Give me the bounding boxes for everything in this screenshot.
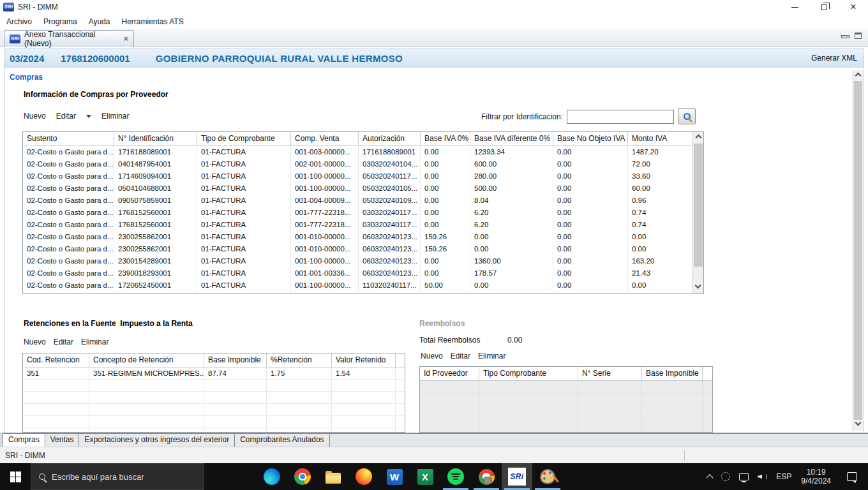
file-explorer-icon xyxy=(326,473,341,484)
start-button[interactable] xyxy=(0,463,31,490)
menu-ayuda[interactable]: Ayuda xyxy=(89,17,110,26)
table-row[interactable]: 02-Costo o Gasto para d...17161880890010… xyxy=(23,146,694,158)
scroll-up-icon[interactable] xyxy=(695,135,701,141)
tab-exportaciones[interactable]: Exportaciones y otros ingresos del exter… xyxy=(79,433,235,447)
generar-xml-button[interactable]: Generar XML xyxy=(811,54,857,63)
table-cell: 163.20 xyxy=(627,255,694,267)
taskbar-sri-dimm[interactable]: SRi xyxy=(502,463,532,490)
network-icon xyxy=(739,473,749,480)
column-header[interactable]: N° Serie xyxy=(578,367,641,380)
menu-archivo[interactable]: Archivo xyxy=(6,17,32,26)
chevron-up-icon xyxy=(707,474,714,481)
filter-input[interactable] xyxy=(567,110,674,124)
taskbar-paint[interactable] xyxy=(532,463,563,490)
table-cell: 0.00 xyxy=(553,170,627,182)
column-header[interactable]: Cod. Retención xyxy=(23,353,89,367)
column-header[interactable] xyxy=(395,353,405,367)
minimize-button[interactable] xyxy=(780,0,809,14)
table-cell: 060320240123... xyxy=(358,267,420,279)
table-cell: 02-Costo o Gasto para d... xyxy=(23,279,114,292)
table-row[interactable]: 02-Costo o Gasto para d...23001542890010… xyxy=(23,255,694,267)
content-scroll-down-icon[interactable] xyxy=(855,420,862,426)
compras-eliminar-button[interactable]: Eliminar xyxy=(101,112,129,121)
table-row[interactable]: 02-Costo o Gasto para d...17146090940010… xyxy=(23,170,694,182)
reembolsos-editar-button[interactable]: Editar xyxy=(451,352,470,360)
tab-anexo-transaccional[interactable]: SRi Anexo Transaccional (Nuevo) × xyxy=(4,30,134,47)
table-row[interactable]: 02-Costo o Gasto para d...17206524500010… xyxy=(23,279,694,292)
close-button[interactable]: × xyxy=(839,0,868,14)
table-cell: 178.57 xyxy=(470,267,553,279)
taskbar-word[interactable]: W xyxy=(379,463,410,490)
column-header[interactable]: Tipo Comprobante xyxy=(479,367,578,380)
menu-programa[interactable]: Programa xyxy=(43,17,77,26)
view-maximize-icon[interactable] xyxy=(855,33,862,39)
tray-clock[interactable]: 10:19 9/4/2024 xyxy=(796,468,836,486)
column-header[interactable]: Comp. Venta xyxy=(290,132,358,145)
column-header[interactable]: N° Identificación xyxy=(114,132,197,145)
tab-close-icon[interactable]: × xyxy=(123,35,128,43)
table-row[interactable]: 02-Costo o Gasto para d...05041046880010… xyxy=(23,182,694,195)
column-header[interactable]: Monto IVA xyxy=(627,132,694,145)
retenciones-table-body: 351351-REGIMEN MICROEMPRES...87.741.751.… xyxy=(23,368,405,433)
taskbar-edge[interactable] xyxy=(257,463,287,490)
restore-button[interactable] xyxy=(809,0,839,14)
column-header[interactable] xyxy=(702,367,712,380)
reembolsos-eliminar-button[interactable]: Eliminar xyxy=(478,352,505,360)
table-row[interactable]: 02-Costo o Gasto para d...23002558620010… xyxy=(23,231,694,243)
reembolsos-nuevo-button[interactable]: Nuevo xyxy=(421,352,443,360)
column-header[interactable]: Autorización xyxy=(358,132,420,145)
scroll-down-icon[interactable] xyxy=(695,283,701,289)
tab-ventas[interactable]: Ventas xyxy=(45,433,80,447)
tab-compras[interactable]: Compras xyxy=(3,433,45,447)
retenciones-editar-button[interactable]: Editar xyxy=(54,338,73,346)
editar-dropdown-icon[interactable] xyxy=(86,115,91,118)
taskbar-search[interactable]: Escribe aquí para buscar xyxy=(31,463,204,490)
taskbar-firefox[interactable] xyxy=(348,463,379,490)
column-header[interactable]: Valor Retenido xyxy=(331,353,395,367)
filter-search-button[interactable] xyxy=(678,108,696,124)
taskbar-file-explorer[interactable] xyxy=(318,463,348,490)
table-row[interactable]: 02-Costo o Gasto para d...17681525600010… xyxy=(23,219,694,231)
tray-expand-button[interactable] xyxy=(703,463,717,490)
column-header[interactable]: Id Proveedor xyxy=(420,367,479,380)
content-scroll-thumb[interactable] xyxy=(854,81,862,420)
retenciones-eliminar-button[interactable]: Eliminar xyxy=(81,338,108,346)
column-header[interactable]: Base Imponible xyxy=(641,367,702,380)
retenciones-nuevo-button[interactable]: Nuevo xyxy=(24,338,46,346)
action-center-button[interactable] xyxy=(836,463,868,490)
table-cell: 1.54 xyxy=(331,368,395,379)
table-row[interactable]: 02-Costo o Gasto para d...23900182930010… xyxy=(23,267,694,279)
taskbar-spotify[interactable] xyxy=(440,463,471,490)
table-row[interactable]: 02-Costo o Gasto para d...23002558620010… xyxy=(23,243,694,255)
table-row[interactable]: 02-Costo o Gasto para d...17681525600010… xyxy=(23,207,694,219)
content-scroll-up-icon[interactable] xyxy=(855,73,862,79)
table-cell: 02-Costo o Gasto para d... xyxy=(23,146,114,158)
column-header[interactable]: Sustento xyxy=(23,132,114,145)
tab-comprobantes-anulados[interactable]: Comprobantes Anulados xyxy=(235,433,329,447)
tray-ink-button[interactable] xyxy=(717,463,735,490)
column-header[interactable]: Base Imponible xyxy=(204,353,266,367)
column-header[interactable]: Base IVA diferente 0% xyxy=(470,132,553,145)
content-scrollbar[interactable] xyxy=(853,70,863,431)
tray-language-button[interactable]: ESP xyxy=(772,463,796,490)
column-header[interactable]: Concepto de Retención xyxy=(89,353,204,367)
taskbar-chrome-alt[interactable] xyxy=(471,463,502,490)
column-header[interactable]: %Retención xyxy=(266,353,331,367)
view-minimize-icon[interactable] xyxy=(841,33,848,38)
column-header[interactable]: Tipo de Comprobante xyxy=(197,132,290,145)
table-row[interactable]: 351351-REGIMEN MICROEMPRES...87.741.751.… xyxy=(23,368,405,380)
tray-network-button[interactable] xyxy=(735,463,753,490)
compras-table-scrollbar[interactable] xyxy=(692,132,703,293)
compras-editar-button[interactable]: Editar xyxy=(56,112,76,121)
table-row[interactable]: 02-Costo o Gasto para d...04014879540010… xyxy=(23,158,694,170)
tray-volume-button[interactable] xyxy=(753,463,772,490)
table-row[interactable]: 02-Costo o Gasto para d...09050758590010… xyxy=(23,195,694,207)
column-header[interactable]: Base No Objeto IVA xyxy=(553,132,627,145)
table-cell: 0.00 xyxy=(470,243,553,255)
menu-herramientas-ats[interactable]: Herramientas ATS xyxy=(122,17,184,26)
column-header[interactable]: Base IVA 0% xyxy=(420,132,470,145)
compras-nuevo-button[interactable]: Nuevo xyxy=(24,112,46,121)
taskbar-excel[interactable]: X xyxy=(410,463,440,490)
scroll-thumb[interactable] xyxy=(694,144,703,267)
taskbar-chrome[interactable] xyxy=(287,463,318,490)
